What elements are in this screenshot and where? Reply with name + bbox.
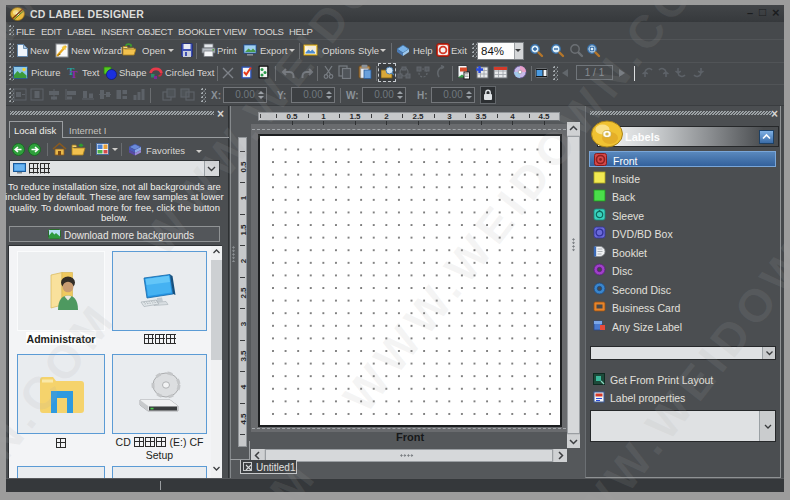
svg-text:T: T xyxy=(70,68,78,79)
